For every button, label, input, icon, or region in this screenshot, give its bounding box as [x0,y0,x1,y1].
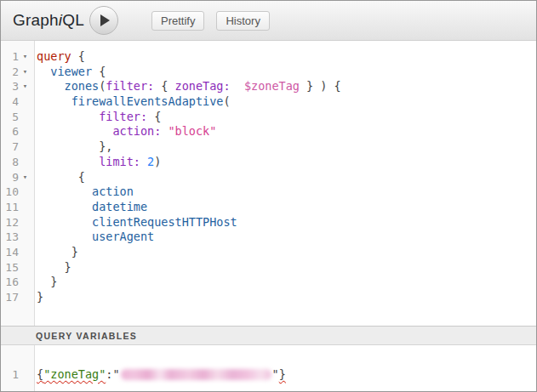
indent [37,215,92,229]
code-line[interactable]: 8 limit: 2) [1,155,536,170]
variables-editor[interactable]: 1{"zoneTag":""} [1,345,536,391]
logo-graph: Graph [13,11,59,29]
fold-arrow-icon[interactable]: ▾ [19,170,31,185]
line-number: 8 [1,155,19,170]
indent [37,65,50,78]
indent [37,94,71,108]
code-token: action [92,185,134,198]
code-token: "zoneTag" [43,367,106,381]
gutter-cell: 12 [1,215,35,230]
code-token: " [112,367,119,381]
line-number: 7 [1,139,19,155]
code-token: { [71,49,85,63]
fold-spacer [19,275,31,290]
line-number: 17 [1,290,19,305]
line-number: 14 [1,245,19,260]
code-token: { [154,79,174,93]
code-token: } [37,290,43,304]
code-line[interactable]: 6 action: "block" [1,124,536,139]
code-text: userAgent [35,230,154,245]
code-line[interactable]: 13 userAgent [1,230,536,245]
logo-ql: QL [62,11,84,29]
code-line[interactable]: 14 } [1,245,536,260]
indent [37,185,92,198]
code-token: } [50,275,57,288]
code-line[interactable]: 1▾query { [1,49,536,65]
fold-spacer [19,245,31,260]
code-text: firewallEventsAdaptive( [35,94,231,110]
line-number: 16 [1,275,19,290]
code-line[interactable]: 2▾ viewer { [1,65,536,80]
indent [37,230,92,243]
code-token: datetime [92,200,147,213]
code-token: action: [112,124,161,138]
line-number: 1 [1,367,19,383]
fold-spacer [19,94,31,110]
code-token: "block" [168,124,216,138]
line-number: 2 [1,65,19,80]
code-text: action [35,185,134,200]
fold-spacer [19,124,31,139]
code-text: viewer { [35,65,106,80]
line-number: 10 [1,185,19,200]
fold-arrow-icon[interactable]: ▾ [19,65,31,80]
code-line[interactable]: 16 } [1,275,536,290]
gutter-cell: 1 [1,367,35,383]
code-text: { [35,170,85,185]
app-logo: GraphiQL [13,11,84,30]
indent [37,245,71,258]
code-token: } [65,260,71,274]
code-line[interactable]: 5 filter: { [1,110,536,125]
line-number: 13 [1,230,19,245]
code-token: $zoneTag [244,79,300,93]
code-line[interactable]: 11 datetime [1,200,536,215]
gutter-cell: 11 [1,200,35,215]
gutter-cell: 2▾ [1,65,35,80]
fold-spacer [19,230,31,245]
code-text: } [35,245,78,260]
gutter-cell: 16 [1,275,35,290]
code-token: viewer [50,65,92,78]
code-text: query { [35,49,85,65]
code-line[interactable]: 7 }, [1,139,536,155]
code-token [231,79,244,93]
execute-button[interactable] [89,6,118,35]
code-line[interactable]: 10 action [1,185,536,200]
history-button[interactable]: History [216,11,269,31]
line-number: 15 [1,260,19,276]
fold-spacer [19,139,31,155]
code-token: } [71,245,78,258]
code-text: } [35,275,57,290]
gutter-cell: 5 [1,110,35,125]
code-text: clientRequestHTTPHost [35,215,237,230]
query-editor[interactable]: 1▾query {2▾ viewer {3▾ zones(filter: { z… [1,41,536,326]
fold-arrow-icon[interactable]: ▾ [19,79,31,94]
query-variables-header[interactable]: QUERY VARIABLES [1,326,536,345]
code-text: zones(filter: { zoneTag: $zoneTag } ) { [35,79,341,94]
code-line[interactable]: 15 } [1,260,536,276]
indent [37,170,78,184]
code-line[interactable]: 3▾ zones(filter: { zoneTag: $zoneTag } )… [1,79,536,94]
code-token: userAgent [92,230,154,243]
code-line[interactable]: 12 clientRequestHTTPHost [1,215,536,230]
code-token: { [92,65,106,78]
indent [37,124,112,138]
gutter-cell: 8 [1,155,35,170]
code-text: filter: { [35,110,161,125]
prettify-button[interactable]: Prettify [151,11,204,31]
code-line[interactable]: 17} [1,290,536,305]
code-line[interactable]: 4 firewallEventsAdaptive( [1,94,536,110]
code-line[interactable]: 9▾ { [1,170,536,185]
gutter-cell: 17 [1,290,35,305]
code-token: { [147,110,161,123]
code-token: 2 [147,155,154,168]
code-token: ) [154,155,161,168]
fold-arrow-icon[interactable]: ▾ [19,49,31,65]
line-number: 6 [1,124,19,139]
gutter-cell: 1▾ [1,49,35,65]
indent [37,139,99,153]
play-triangle-icon [100,14,110,26]
code-line[interactable]: 1{"zoneTag":""} [1,367,536,383]
code-token: clientRequestHTTPHost [92,215,237,229]
indent [37,79,65,93]
